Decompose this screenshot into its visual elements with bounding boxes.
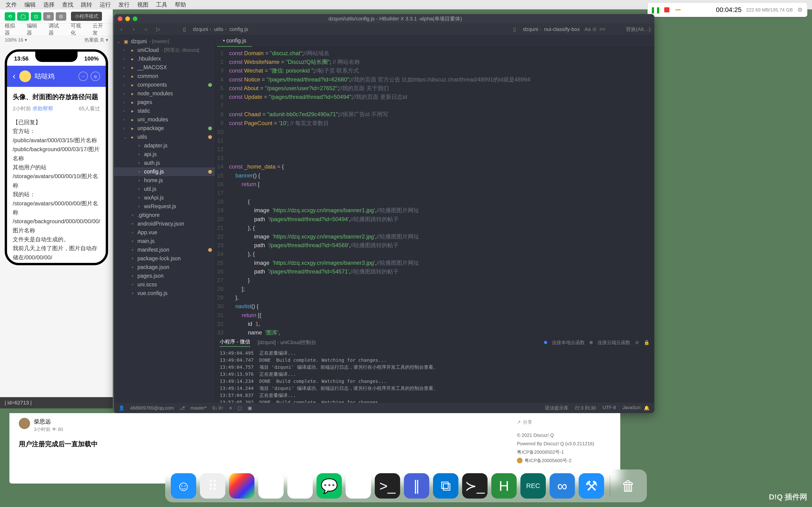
- tab-configjs[interactable]: • config.js: [217, 35, 252, 47]
- code-line-5[interactable]: 5const About = "/pages/user/user?id=2765…: [215, 84, 654, 93]
- sim-hotreload[interactable]: 热重载 关 ▾: [84, 37, 108, 43]
- record-settings-icon[interactable]: ⚙: [798, 7, 803, 13]
- status-branch[interactable]: master*: [191, 405, 207, 411]
- console-clear-icon[interactable]: ⊘: [635, 340, 639, 345]
- icp-2[interactable]: 粤ICP备20005600号-2: [524, 456, 571, 465]
- icp-1[interactable]: 粤ICP备20008502号-1: [517, 448, 616, 456]
- sim-btn-2[interactable]: ◯: [17, 12, 29, 21]
- phone-icon-2[interactable]: ▯: [511, 25, 518, 33]
- tree-item-wxRequest-js[interactable]: ◦wxRequest.js: [114, 202, 215, 211]
- dock-wechat[interactable]: 💬: [316, 473, 342, 499]
- code-line-7[interactable]: 7: [215, 101, 654, 110]
- code-line-20[interactable]: 20 path: '/pages/thread/thread?id=50494'…: [215, 215, 654, 223]
- code-line-31[interactable]: 31 return [{: [215, 311, 654, 320]
- tree-item-static[interactable]: ›▸static: [114, 107, 215, 115]
- sim-tab-debugger[interactable]: 调试器: [49, 22, 64, 36]
- record-stop-button[interactable]: [663, 7, 670, 13]
- menu-find[interactable]: 查找: [62, 1, 73, 8]
- code-editor[interactable]: 1const Domain = "discuz.chat";//网站域名2con…: [215, 47, 654, 337]
- tree-item-utils[interactable]: ⌄▸utils: [114, 133, 215, 141]
- tree-item-androidPrivacy-json[interactable]: ◦androidPrivacy.json: [114, 219, 215, 228]
- code-line-25[interactable]: 25 image: 'https://dzq.xcxgy.cn/images/b…: [215, 259, 654, 267]
- dock-app1[interactable]: ∞: [550, 473, 575, 499]
- file-tree[interactable]: ⌄▣ dzquni - [master] ›▸uniCloud- [阿里云: d…: [114, 35, 215, 403]
- dock-parallels[interactable]: ∥: [404, 473, 429, 499]
- tree-item-pages-json[interactable]: ◦pages.json: [114, 272, 215, 280]
- sim-zoom-value[interactable]: 100% 16 ▾: [5, 37, 27, 43]
- menu-select[interactable]: 选择: [43, 1, 54, 8]
- cloud-local[interactable]: 连接本地云函数: [552, 339, 585, 346]
- menu-release[interactable]: 发行: [118, 1, 130, 8]
- back-icon[interactable]: ‹: [13, 71, 15, 81]
- crumb-r2[interactable]: nui-classify-box: [544, 26, 580, 33]
- record-pause-button[interactable]: ❚❚: [652, 7, 659, 13]
- tree-item-main-js[interactable]: ◦main.js: [114, 237, 215, 245]
- browser-author[interactable]: 柴思远: [34, 418, 63, 425]
- dock-chrome[interactable]: ◉: [258, 473, 284, 499]
- code-line-29[interactable]: 29 },: [215, 293, 654, 302]
- tree-item-api-js[interactable]: ◦api.js: [114, 150, 215, 159]
- console-lock-icon[interactable]: 🔒: [644, 340, 650, 345]
- tree-item-node_modules[interactable]: ›▸node_modules: [114, 89, 215, 98]
- tree-item-vue-config-js[interactable]: ◦vue.config.js: [114, 289, 215, 298]
- crumb-folder[interactable]: utils: [214, 26, 226, 33]
- tree-item-uni-scss[interactable]: ◦uni.scss: [114, 280, 215, 289]
- dock-terminal[interactable]: >_: [375, 473, 400, 499]
- menu-edit[interactable]: 编辑: [24, 1, 36, 8]
- browser-post-title[interactable]: 用户注册完成后一直加载中: [19, 440, 503, 449]
- sim-tab-visual[interactable]: 可视化: [71, 22, 86, 36]
- menu-goto[interactable]: 跳转: [81, 1, 92, 8]
- dock-finder[interactable]: ☺: [171, 473, 196, 499]
- sim-tab-editor[interactable]: 编辑器: [27, 22, 42, 36]
- tree-item-unpackage[interactable]: ›▸unpackage: [114, 124, 215, 133]
- tree-item-__MACOSX[interactable]: ›▸__MACOSX: [114, 63, 215, 72]
- tree-item-uniCloud[interactable]: ›▸uniCloud- [阿里云: discuzq]: [114, 46, 215, 54]
- code-line-19[interactable]: 19 image: 'https://dzq.xcxgy.cn/images/b…: [215, 206, 654, 215]
- menu-run[interactable]: 运行: [100, 1, 111, 8]
- tree-item--gitignore[interactable]: ◦.gitignore: [114, 211, 215, 219]
- tree-root[interactable]: ⌄▣ dzquni - [master]: [114, 37, 215, 46]
- dock-launchpad[interactable]: ⠿: [200, 473, 225, 499]
- target-icon[interactable]: ◎: [91, 72, 100, 81]
- status-sync[interactable]: 0↓ 0↑: [212, 405, 224, 411]
- maximize-icon[interactable]: [133, 16, 138, 21]
- sim-btn-3[interactable]: ⊡: [31, 12, 41, 21]
- code-line-6[interactable]: 6const Update = "/pages/thread/thread?id…: [215, 93, 654, 101]
- tree-item-pages[interactable]: ›▸pages: [114, 98, 215, 107]
- code-line-14[interactable]: 14const _home_data = {: [215, 162, 654, 171]
- back-icon[interactable]: ‹: [118, 25, 125, 33]
- stop-icon[interactable]: ○: [142, 25, 150, 33]
- status-bell-icon[interactable]: 🔔: [644, 405, 650, 411]
- crumb-file[interactable]: config.js: [229, 26, 248, 33]
- status-encoding[interactable]: UTF-8: [603, 405, 616, 411]
- search-input[interactable]: [599, 27, 623, 31]
- console-tab-wechat[interactable]: 小程序 - 微信: [220, 338, 250, 347]
- dock-dingtalk[interactable]: ◯: [346, 473, 371, 499]
- code-line-30[interactable]: 30 navlist() {: [215, 302, 654, 311]
- phone-icon[interactable]: ▯: [181, 25, 188, 33]
- minimize-icon[interactable]: [125, 16, 130, 21]
- tree-item-manifest-json[interactable]: ◦manifest.json: [114, 245, 215, 254]
- sim-tab-simulator[interactable]: 模拟器: [5, 22, 20, 36]
- code-line-23[interactable]: 23 path: '/pages/thread/thread?id=54569'…: [215, 241, 654, 249]
- code-line-27[interactable]: 27 }: [215, 276, 654, 284]
- status-user-icon[interactable]: 👤: [119, 405, 124, 411]
- dock-wps[interactable]: W: [287, 473, 313, 499]
- code-line-2[interactable]: 2const WebsiteName = "Discuz!Q站长圈"; // 网…: [215, 58, 654, 66]
- code-line-9[interactable]: 9const PageCount = '10'; // 每页文章数目: [215, 119, 654, 127]
- sim-btn-4[interactable]: ⊞: [43, 12, 54, 21]
- tree-item-wxApi-js[interactable]: ◦wxApi.js: [114, 193, 215, 202]
- code-line-33[interactable]: 33 name: '图库',: [215, 328, 654, 337]
- forward-icon[interactable]: ›: [130, 25, 138, 33]
- menu-help[interactable]: 帮助: [175, 1, 186, 8]
- code-line-15[interactable]: 15 banner() {: [215, 171, 654, 180]
- share-button[interactable]: ↗ 分享: [517, 418, 616, 426]
- tree-item-components[interactable]: ›▸components: [114, 80, 215, 89]
- dock-browser1[interactable]: [229, 473, 254, 499]
- sim-tab-cloud[interactable]: 云开发: [93, 22, 108, 36]
- code-line-8[interactable]: 8const Chaad = "adunit-bb0c7ed29c490a71"…: [215, 110, 654, 119]
- crumb-r1[interactable]: dzquni: [523, 26, 541, 33]
- console-tab-unicloud[interactable]: [dzquni] - uniCloud控制台: [258, 339, 316, 346]
- code-line-26[interactable]: 26 path: '/pages/thread/thread?id=54571'…: [215, 267, 654, 276]
- code-line-22[interactable]: 22 image: 'https://dzq.xcxgy.cn/images/b…: [215, 232, 654, 241]
